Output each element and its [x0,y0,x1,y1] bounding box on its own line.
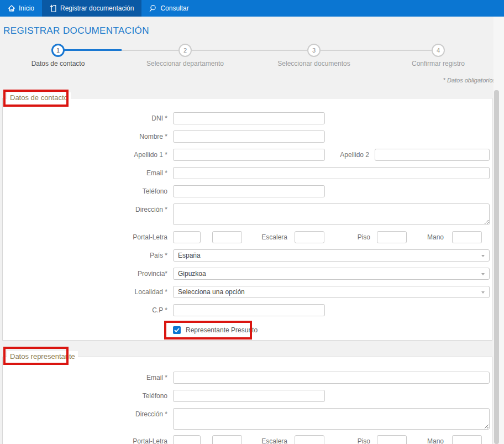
representante-presunto-label: Representante Presunto [186,325,258,336]
scrollbar-thumb[interactable] [494,90,499,444]
step-1-label: Datos de contacto [0,60,119,67]
provincia-label: Provincia* [57,268,167,280]
rep-email-label: Email * [57,372,167,384]
rep-escalera-label: Escalera [243,435,287,444]
localidad-select-value: Selecciona una opción [178,288,245,296]
nombre-input[interactable] [173,130,325,143]
stepper-line [321,50,432,51]
step-4-circle[interactable]: 4 [432,44,445,57]
representante-section-legend: Datos representante [7,351,78,362]
contact-section-legend: Datos de contacto [7,92,71,103]
search-icon [149,4,157,12]
nombre-label: Nombre * [57,130,167,143]
rep-email-input[interactable] [173,372,490,384]
escalera-input[interactable] [295,231,324,243]
top-navbar: Inicio Registrar documentación Consultar [0,0,504,17]
telefono-label: Teléfono [57,185,167,197]
telefono-input[interactable] [173,185,325,197]
step-2-label: Seleccionar departamento [124,60,246,67]
step-4-label: Confirmar registro [377,60,499,67]
localidad-select[interactable]: Selecciona una opción [173,286,490,298]
nav-item-inicio[interactable]: Inicio [0,0,42,17]
rep-telefono-input[interactable] [173,390,325,402]
apellido1-input[interactable] [173,149,325,161]
stepper-progress-line [64,49,122,51]
register-document-icon [50,4,57,12]
letra-input[interactable] [212,231,242,243]
rep-portal-input[interactable] [173,435,201,444]
rep-direccion-textarea[interactable] [173,408,490,430]
rep-letra-input[interactable] [212,435,242,444]
cp-input[interactable] [173,304,325,316]
step-number: 3 [312,47,316,54]
nav-item-consultar[interactable]: Consultar [141,0,196,17]
page-title: REGISTRAR DOCUMENTACIÓN [3,25,149,36]
stepper-line [192,50,307,51]
portal-input[interactable] [173,231,201,243]
step-number: 2 [183,47,187,54]
stepper-line [122,50,179,51]
localidad-label: Localidad * [57,286,167,298]
nav-item-label: Inicio [19,4,34,12]
rep-escalera-input[interactable] [295,435,324,444]
dni-input[interactable] [173,112,325,124]
rep-mano-input[interactable] [452,435,482,444]
step-1-circle[interactable]: 1 [51,44,65,57]
step-number: 4 [437,47,440,54]
provincia-select[interactable]: Gipuzkoa [173,268,490,280]
pais-label: País * [57,249,167,262]
apellido2-input[interactable] [375,149,490,161]
mano-input[interactable] [452,231,482,243]
chevron-down-icon [481,273,485,275]
nav-item-registrar-documentacion[interactable]: Registrar documentación [42,0,141,17]
step-number: 1 [56,47,60,54]
check-icon [174,328,180,332]
direccion-textarea[interactable] [173,203,490,225]
apellido2-label: Apellido 2 [314,149,369,161]
rep-portal-letra-label: Portal-Letra [57,435,167,444]
rep-direccion-label: Dirección * [57,408,167,420]
required-fields-note: * Datos obligatorios [443,77,496,83]
home-icon [8,4,15,12]
escalera-label: Escalera [243,231,287,243]
email-label: Email * [57,167,167,179]
nav-item-label: Registrar documentación [60,4,134,12]
rep-piso-label: Piso [326,435,370,444]
email-input[interactable] [173,167,490,179]
cp-label: C.P * [57,304,167,316]
dni-label: DNI * [57,112,167,124]
pais-select[interactable]: España [173,249,490,262]
step-3-label: Seleccionar documentos [253,60,375,67]
rep-mano-label: Mano [400,435,444,444]
chevron-down-icon [481,255,485,257]
piso-label: Piso [326,231,370,243]
rep-telefono-label: Teléfono [57,390,167,402]
nav-item-label: Consultar [160,4,188,12]
apellido1-label: Apellido 1 * [57,149,167,161]
representante-presunto-checkbox[interactable] [173,326,181,334]
step-3-circle[interactable]: 3 [307,44,321,57]
pais-select-value: España [178,252,201,259]
provincia-select-value: Gipuzkoa [178,270,206,278]
mano-label: Mano [400,231,444,243]
chevron-down-icon [481,291,485,294]
direccion-label: Dirección * [57,203,167,216]
step-2-circle[interactable]: 2 [179,44,192,57]
portal-letra-label: Portal-Letra [57,231,167,243]
